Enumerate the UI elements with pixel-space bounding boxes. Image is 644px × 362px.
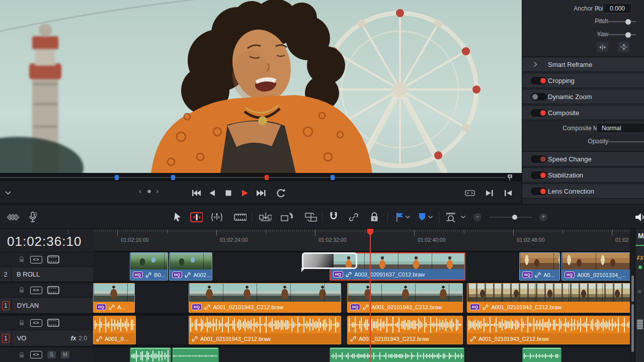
opacity-slider[interactable]	[597, 141, 644, 142]
composite-toggle[interactable]	[531, 109, 547, 117]
composite-mode-dropdown[interactable]: Normal	[597, 123, 644, 133]
flag-chevron-icon[interactable]	[404, 211, 412, 224]
voiceover-clip[interactable]	[172, 347, 219, 362]
mute-button[interactable]: M	[61, 351, 69, 358]
jog-forward-icon[interactable]: ›	[156, 187, 158, 195]
auto-select-icon[interactable]: <>	[30, 351, 42, 358]
audio-clip[interactable]: A001_02101943_C212.braw	[189, 316, 341, 344]
lens-correction-toggle[interactable]	[531, 188, 547, 195]
timeline-vertical-scrollbar[interactable]	[630, 229, 634, 362]
stabilization-toggle[interactable]	[531, 171, 547, 179]
audio-clip[interactable]: A001_0...	[93, 316, 136, 344]
speed-change-section[interactable]: Speed Change	[522, 151, 644, 166]
scrub-playhead-marker[interactable]	[265, 175, 269, 180]
timeline-zoom-tool-icon[interactable]	[445, 211, 458, 224]
zoom-out-button[interactable]: −	[473, 213, 481, 221]
track-header-v2[interactable]: 2 B ROLL	[0, 266, 93, 282]
voiceover-mic-icon[interactable]	[26, 211, 39, 224]
marker-chevron-icon[interactable]	[426, 211, 434, 224]
zoom-in-button[interactable]: +	[539, 213, 547, 221]
lock-icon[interactable]	[18, 256, 25, 263]
mixer-fader[interactable]	[637, 319, 643, 329]
mixer-fx-label[interactable]: FX	[637, 255, 643, 261]
speed-change-toggle[interactable]	[531, 155, 547, 163]
loop-playback-icon[interactable]	[275, 187, 287, 199]
replace-clip-icon[interactable]	[304, 211, 317, 224]
scrub-marker[interactable]	[331, 175, 335, 180]
dynamic-trim-mode-icon[interactable]	[210, 211, 223, 224]
snapping-magnet-icon[interactable]	[327, 211, 340, 224]
dynamic-zoom-toggle[interactable]	[531, 93, 547, 101]
scrub-track[interactable]	[0, 177, 506, 178]
play-reverse-button[interactable]	[206, 187, 218, 199]
viewer-options-chevron-icon[interactable]	[2, 187, 14, 199]
cropping-toggle[interactable]	[531, 77, 547, 84]
smart-reframe-section[interactable]: Smart Reframe	[522, 57, 644, 72]
jog-back-icon[interactable]: ‹	[139, 187, 141, 195]
filmstrip-icon[interactable]	[47, 255, 59, 263]
lock-icon[interactable]	[18, 287, 25, 294]
overwrite-clip-icon[interactable]	[280, 211, 293, 224]
audio-monitor-speaker-icon[interactable]	[634, 211, 644, 224]
audio-clip[interactable]: A001_02101943_C212.braw	[347, 316, 463, 344]
timeline-view-options-icon[interactable]	[7, 211, 20, 224]
auto-select-icon[interactable]: <>	[30, 256, 42, 263]
flip-vertical-button[interactable]	[618, 42, 629, 52]
voiceover-clip[interactable]	[330, 347, 464, 362]
playhead-line[interactable]	[370, 229, 371, 362]
fx-badge[interactable]: fx	[71, 335, 76, 342]
match-frame-button[interactable]	[502, 187, 514, 199]
audio-clip[interactable]: A001_02101943_C212.braw	[467, 316, 633, 344]
track-header-a1[interactable]: 1 VO fx2.0	[0, 330, 93, 346]
video-clip[interactable]: HQA001_02101943_C212.braw	[347, 283, 463, 313]
anchor-x-input[interactable]: 0.000	[603, 3, 632, 14]
video-clip[interactable]: HQA...	[93, 283, 135, 313]
go-to-last-frame-button[interactable]	[256, 187, 268, 199]
flip-horizontal-button[interactable]	[597, 42, 608, 52]
transition-overlay[interactable]	[302, 252, 357, 269]
insert-clip-icon[interactable]	[259, 211, 272, 224]
stop-button[interactable]	[222, 187, 234, 199]
mixer-record-dot[interactable]	[638, 265, 642, 269]
lock-icon[interactable]	[18, 351, 25, 358]
lock-icon[interactable]	[18, 319, 25, 326]
position-lock-icon[interactable]	[368, 211, 381, 224]
video-clip[interactable]: HQB0...	[130, 252, 168, 281]
loop-in-out-range-icon[interactable]	[464, 187, 476, 199]
viewer-scrub-bar[interactable]	[0, 173, 522, 182]
filmstrip-icon[interactable]	[47, 286, 59, 294]
video-clip[interactable]: HQA001_02101943_C212.braw	[189, 283, 341, 313]
stabilization-section[interactable]: Stabilization	[522, 167, 644, 183]
link-clips-icon[interactable]	[347, 211, 360, 224]
track-header-v1[interactable]: 1 DYLAN	[0, 297, 93, 314]
selection-tool-icon[interactable]	[171, 211, 184, 224]
trim-edit-mode-icon[interactable]	[190, 211, 203, 224]
dynamic-zoom-section[interactable]: Dynamic Zoom	[522, 89, 644, 104]
scrub-marker[interactable]	[115, 175, 119, 180]
zoom-tool-chevron-icon[interactable]	[459, 211, 467, 224]
hq-badge: HQ	[522, 272, 532, 278]
scrub-marker[interactable]	[171, 175, 175, 180]
go-to-first-frame-button[interactable]	[190, 187, 202, 199]
jog-dot-icon[interactable]: ●	[147, 187, 151, 195]
blade-edit-mode-icon[interactable]	[233, 211, 247, 224]
pitch-slider[interactable]	[597, 21, 636, 22]
voiceover-clip[interactable]	[522, 347, 561, 362]
yaw-slider[interactable]	[597, 34, 636, 35]
play-button[interactable]	[238, 187, 251, 199]
lens-correction-section[interactable]: Lens Correction	[522, 184, 644, 199]
video-clip[interactable]: HQA001_02101943_C212.braw	[467, 283, 639, 313]
auto-select-icon[interactable]: <>	[30, 287, 42, 294]
timeline-zoom-slider[interactable]	[489, 217, 532, 218]
video-clip[interactable]: HQA0...	[519, 252, 560, 281]
play-to-out-button[interactable]	[483, 187, 495, 199]
composite-section[interactable]: Composite	[522, 105, 644, 120]
video-clip[interactable]: HQA002...	[169, 252, 212, 281]
auto-select-icon[interactable]: <>	[30, 319, 42, 327]
filmstrip-icon[interactable]	[47, 319, 59, 327]
cropping-section[interactable]: Cropping	[522, 73, 644, 88]
video-clip[interactable]: HQA005_02101334_...	[561, 252, 635, 281]
scrub-handle-icon[interactable]	[506, 174, 513, 181]
voiceover-clip[interactable]	[130, 347, 171, 362]
solo-button[interactable]: S	[47, 351, 56, 358]
